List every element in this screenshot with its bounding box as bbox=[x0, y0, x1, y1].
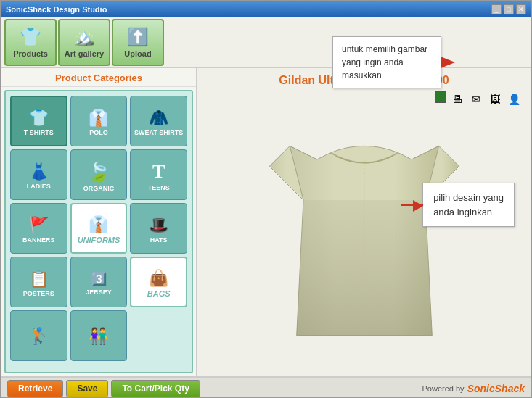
category-extra1[interactable]: 🏌️ bbox=[10, 310, 67, 361]
organic-label: ORGANIC bbox=[83, 185, 115, 192]
minimize-button[interactable]: _ bbox=[491, 4, 502, 14]
banners-label: BANNERS bbox=[22, 236, 55, 244]
left-panel: Product Categories 👕 T SHIRTS 👔 POLO 🧥 S… bbox=[1, 68, 197, 376]
polo-icon: 👔 bbox=[89, 109, 108, 128]
category-ladies[interactable]: 👗 LADIES bbox=[10, 149, 67, 200]
product-actions: 🖶 ✉ 🖼 👤 bbox=[206, 91, 522, 107]
save-button[interactable]: Save bbox=[66, 380, 108, 397]
bags-label: Bags bbox=[147, 289, 171, 298]
color-swatch[interactable] bbox=[435, 91, 446, 103]
titlebar: SonicShack Design Studio _ □ ✕ bbox=[1, 1, 531, 17]
ladies-label: LADIES bbox=[27, 183, 51, 190]
hats-icon: 🎩 bbox=[149, 216, 168, 235]
category-banners[interactable]: 🚩 BANNERS bbox=[10, 203, 67, 254]
products-button[interactable]: 👕 Products bbox=[4, 19, 57, 66]
category-teens[interactable]: T TEENS bbox=[130, 149, 187, 200]
window-controls: _ □ ✕ bbox=[491, 4, 526, 14]
posters-icon: 📋 bbox=[29, 270, 49, 289]
products-icon: 👕 bbox=[20, 27, 41, 47]
user-icon[interactable]: 👤 bbox=[506, 91, 522, 107]
category-organic[interactable]: 🍃 ORGANIC bbox=[70, 149, 128, 200]
teens-label: TEENS bbox=[148, 184, 170, 191]
category-polo[interactable]: 👔 POLO bbox=[70, 96, 128, 146]
upload-icon: ⬆️ bbox=[127, 27, 149, 47]
tshirt-container: pilih desain yang anda inginkan bbox=[206, 110, 522, 370]
tshirt-svg bbox=[263, 132, 466, 349]
email-icon[interactable]: ✉ bbox=[468, 91, 484, 107]
retrieve-button[interactable]: Retrieve bbox=[7, 380, 63, 397]
category-extra2[interactable]: 👫 bbox=[70, 310, 128, 361]
close-button[interactable]: ✕ bbox=[516, 4, 526, 14]
tooltip-arrow bbox=[441, 57, 455, 68]
sweatshirts-icon: 🧥 bbox=[149, 109, 168, 128]
upload-label: Upload bbox=[124, 49, 151, 58]
image-icon[interactable]: 🖼 bbox=[487, 91, 503, 107]
category-bags[interactable]: 👜 Bags bbox=[130, 257, 187, 307]
toolbar: 👕 Products 🏔️ Art gallery ⬆️ Upload untu… bbox=[1, 17, 531, 68]
bottom-bar: Retrieve Save To Cart/Pick Qty Powered b… bbox=[1, 376, 531, 398]
category-tshirts[interactable]: 👕 T SHIRTS bbox=[10, 96, 67, 146]
category-sweatshirts[interactable]: 🧥 SWEAT SHIRTS bbox=[130, 96, 187, 146]
category-hats[interactable]: 🎩 HATS bbox=[130, 203, 187, 254]
right-panel: Gildan Ultra Cotton Tshirt 2000 🖶 ✉ 🖼 👤 bbox=[197, 68, 531, 376]
bags-icon: 👜 bbox=[149, 269, 168, 288]
extra1-icon: 🏌️ bbox=[29, 327, 49, 346]
teens-icon: T bbox=[152, 161, 165, 183]
products-label: Products bbox=[13, 49, 48, 58]
category-posters[interactable]: 📋 Posters bbox=[10, 257, 67, 307]
upload-button[interactable]: ⬆️ Upload bbox=[112, 19, 164, 66]
category-jersey[interactable]: 3️⃣ JERSEY bbox=[70, 257, 128, 307]
jersey-label: JERSEY bbox=[86, 289, 112, 296]
tooltip-text: untuk memilih gambar yang ingin anda mas… bbox=[342, 44, 427, 80]
tshirts-icon: 👕 bbox=[29, 109, 49, 128]
powered-by: Powered by SonicShack bbox=[422, 383, 525, 394]
art-gallery-button[interactable]: 🏔️ Art gallery bbox=[58, 19, 110, 66]
design-tooltip: pilih desain yang anda inginkan bbox=[422, 183, 515, 227]
polo-label: POLO bbox=[89, 129, 108, 136]
categories-scroll[interactable]: 👕 T SHIRTS 👔 POLO 🧥 SWEAT SHIRTS 👗 LADIE… bbox=[4, 90, 193, 373]
art-gallery-icon: 🏔️ bbox=[73, 27, 95, 47]
maximize-button[interactable]: □ bbox=[504, 4, 514, 14]
jersey-icon: 3️⃣ bbox=[91, 271, 107, 287]
hats-label: HATS bbox=[150, 236, 168, 244]
main-area: Product Categories 👕 T SHIRTS 👔 POLO 🧥 S… bbox=[1, 68, 531, 376]
uniforms-icon: 👔 bbox=[89, 215, 108, 234]
ladies-icon: 👗 bbox=[29, 162, 49, 181]
powered-by-text: Powered by bbox=[422, 384, 465, 393]
panel-title: Product Categories bbox=[1, 68, 196, 87]
sweatshirts-label: SWEAT SHIRTS bbox=[134, 129, 183, 136]
print-icon[interactable]: 🖶 bbox=[449, 91, 465, 107]
toolbar-tooltip: untuk memilih gambar yang ingin anda mas… bbox=[332, 36, 441, 88]
category-uniforms[interactable]: 👔 Uniforms bbox=[70, 203, 128, 254]
window-title: SonicShack Design Studio bbox=[6, 5, 107, 14]
bottom-buttons: Retrieve Save To Cart/Pick Qty bbox=[7, 380, 200, 397]
brand-name: SonicShack bbox=[467, 383, 525, 394]
design-tooltip-text: pilih desain yang anda inginkan bbox=[433, 192, 504, 217]
categories-grid: 👕 T SHIRTS 👔 POLO 🧥 SWEAT SHIRTS 👗 LADIE… bbox=[10, 96, 187, 361]
cart-button[interactable]: To Cart/Pick Qty bbox=[111, 380, 200, 397]
art-gallery-label: Art gallery bbox=[65, 49, 104, 58]
banners-icon: 🚩 bbox=[29, 216, 49, 235]
design-tooltip-arrow bbox=[401, 204, 423, 206]
posters-label: Posters bbox=[23, 290, 54, 297]
organic-icon: 🍃 bbox=[87, 161, 110, 183]
extra2-icon: 👫 bbox=[89, 327, 108, 346]
tshirts-label: T SHIRTS bbox=[24, 129, 54, 136]
uniforms-label: Uniforms bbox=[78, 236, 120, 244]
